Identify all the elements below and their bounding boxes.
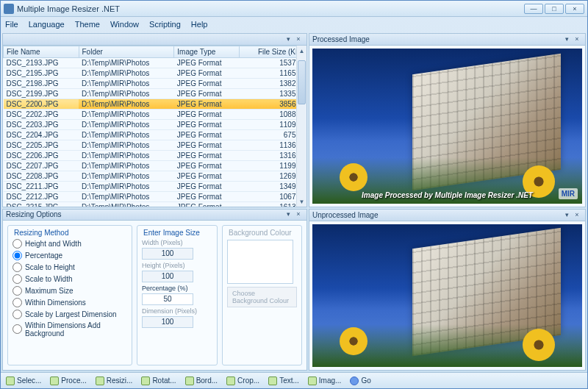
scroll-up-icon[interactable]: ▲	[297, 46, 306, 56]
filelist-scroll[interactable]: File Name Folder Image Type File Size (K…	[3, 46, 306, 207]
table-row[interactable]: DSC_2203.JPGD:\Temp\MIR\PhotosJPEG Forma…	[4, 120, 306, 130]
app-window: Multiple Image Resizer .NET — □ × File L…	[0, 0, 588, 389]
titlebar[interactable]: Multiple Image Resizer .NET — □ ×	[1, 1, 587, 17]
col-type[interactable]: Image Type	[174, 46, 240, 58]
scroll-thumb[interactable]	[298, 60, 306, 104]
toolbar-tab[interactable]: Text...	[266, 376, 301, 386]
width-input[interactable]: 100	[142, 248, 193, 260]
percent-label: Percentage (%)	[142, 285, 212, 292]
window-title: Multiple Image Resizer .NET	[17, 4, 120, 13]
resizing-title: Resizing Options	[6, 210, 62, 218]
percent-input[interactable]: 50	[142, 293, 193, 305]
menu-file[interactable]: File	[5, 20, 18, 29]
toolbar-tab[interactable]: Selec...	[4, 376, 43, 386]
panel-close-icon[interactable]: ×	[293, 210, 304, 219]
group-size-title: Enter Image Size	[142, 229, 212, 237]
panel-pin-icon[interactable]: ▾	[562, 35, 572, 44]
table-row[interactable]: DSC_2198.JPGD:\Temp\MIR\PhotosJPEG Forma…	[4, 79, 306, 89]
resize-method-radio[interactable]: Within Dimensions	[12, 298, 127, 307]
panel-close-icon[interactable]: ×	[293, 35, 304, 44]
panel-close-icon[interactable]: ×	[572, 211, 582, 220]
table-row[interactable]: DSC_2206.JPGD:\Temp\MIR\PhotosJPEG Forma…	[4, 151, 306, 161]
width-label: Width (Pixels)	[142, 239, 212, 246]
table-row[interactable]: DSC_2200.JPGD:\Temp\MIR\PhotosJPEG Forma…	[4, 99, 306, 110]
mir-logo: MIR	[559, 188, 578, 199]
toolbar-tab[interactable]: Imag...	[306, 376, 344, 386]
table-row[interactable]: DSC_2212.JPGD:\Temp\MIR\PhotosJPEG Forma…	[4, 192, 306, 202]
group-resizing-method: Resizing Method Height and WidthPercenta…	[7, 225, 132, 365]
dimension-label: Dimension (Pixels)	[142, 307, 212, 315]
processed-title: Processed Image	[312, 35, 370, 43]
panel-processed: Processed Image ▾ × Image Processed by M…	[309, 33, 586, 207]
toolbar-tab[interactable]: Rotat...	[139, 376, 178, 386]
filelist-header: ▾ ×	[3, 34, 306, 46]
table-row[interactable]: DSC_2199.JPGD:\Temp\MIR\PhotosJPEG Forma…	[4, 89, 306, 99]
resize-method-radio[interactable]: Scale to Width	[12, 274, 127, 284]
file-table: File Name Folder Image Type File Size (K…	[3, 46, 306, 207]
tab-icon	[96, 376, 104, 385]
panel-filelist: ▾ × File Name Folder Image Type File Siz…	[2, 33, 307, 207]
menubar: File Language Theme Window Scripting Hel…	[1, 17, 587, 32]
tab-icon	[50, 376, 59, 385]
resize-method-radio[interactable]: Scale to Height	[12, 263, 127, 272]
height-label: Height (Pixels)	[142, 262, 212, 269]
table-row[interactable]: DSC_2202.JPGD:\Temp\MIR\PhotosJPEG Forma…	[4, 110, 306, 120]
menu-theme[interactable]: Theme	[75, 20, 100, 29]
watermark-text: Image Processed by Multiple Image Resize…	[312, 191, 582, 199]
toolbar-tab[interactable]: Bord...	[183, 376, 220, 386]
panel-pin-icon[interactable]: ▾	[283, 210, 293, 219]
go-icon	[350, 376, 359, 385]
table-row[interactable]: DSC_2205.JPGD:\Temp\MIR\PhotosJPEG Forma…	[4, 140, 306, 151]
panel-resizing: Resizing Options ▾ × Resizing Method Hei…	[2, 209, 307, 371]
tab-icon	[141, 376, 150, 385]
panel-unprocessed: Unprocessed Image ▾ ×	[309, 209, 586, 371]
scroll-down-icon[interactable]: ▼	[297, 196, 306, 207]
close-button[interactable]: ×	[565, 4, 584, 14]
height-input[interactable]: 100	[142, 271, 193, 282]
menu-window[interactable]: Window	[110, 20, 139, 29]
filelist-scrollbar[interactable]: ▲ ▼	[296, 46, 306, 207]
toolbar-tab[interactable]: Resizi...	[93, 376, 135, 386]
table-row[interactable]: DSC_2204.JPGD:\Temp\MIR\PhotosJPEG Forma…	[4, 130, 306, 140]
toolbar-tab[interactable]: Proce...	[48, 376, 88, 386]
bg-swatch	[227, 240, 293, 284]
col-folder[interactable]: Folder	[79, 46, 174, 58]
menu-help[interactable]: Help	[191, 20, 208, 29]
panel-close-icon[interactable]: ×	[572, 35, 582, 44]
table-row[interactable]: DSC_2215.JPGD:\Temp\MIR\PhotosJPEG Forma…	[4, 202, 306, 207]
table-row[interactable]: DSC_2207.JPGD:\Temp\MIR\PhotosJPEG Forma…	[4, 161, 306, 171]
resize-method-radio[interactable]: Within Dimensions Add Background	[12, 321, 127, 338]
table-row[interactable]: DSC_2208.JPGD:\Temp\MIR\PhotosJPEG Forma…	[4, 171, 306, 182]
tab-icon	[6, 376, 15, 385]
dimension-input[interactable]: 100	[142, 316, 193, 328]
group-bg-title: Background Colour	[227, 229, 297, 237]
table-row[interactable]: DSC_2211.JPGD:\Temp\MIR\PhotosJPEG Forma…	[4, 182, 306, 192]
tab-icon	[308, 376, 317, 385]
go-button[interactable]: Go	[348, 376, 373, 386]
resize-method-radio[interactable]: Maximum Size	[12, 286, 127, 296]
menu-scripting[interactable]: Scripting	[149, 20, 181, 29]
maximize-button[interactable]: □	[545, 4, 564, 14]
resize-method-radio[interactable]: Height and Width	[12, 239, 127, 249]
bottom-toolbar: Selec...Proce...Resizi...Rotat...Bord...…	[1, 372, 587, 388]
panel-pin-icon[interactable]: ▾	[562, 211, 572, 220]
col-filename[interactable]: File Name	[4, 46, 79, 58]
table-row[interactable]: DSC_2193.JPGD:\Temp\MIR\PhotosJPEG Forma…	[4, 58, 306, 68]
processed-image: Image Processed by Multiple Image Resize…	[312, 49, 582, 204]
tab-icon	[185, 376, 194, 385]
minimize-button[interactable]: —	[524, 4, 543, 14]
panel-pin-icon[interactable]: ▾	[283, 35, 293, 44]
group-method-title: Resizing Method	[12, 229, 127, 237]
group-background-colour: Background Colour Choose Background Colo…	[222, 225, 302, 365]
tab-icon	[226, 376, 235, 385]
tab-icon	[268, 376, 277, 385]
unprocessed-image	[312, 224, 582, 367]
menu-language[interactable]: Language	[29, 20, 65, 29]
resize-method-radio[interactable]: Scale by Largest Dimension	[12, 310, 127, 319]
resize-method-radio[interactable]: Percentage	[12, 251, 127, 260]
content-area: ▾ × File Name Folder Image Type File Siz…	[1, 32, 587, 372]
choose-bg-button[interactable]: Choose Background Colour	[227, 287, 297, 307]
app-icon	[4, 4, 14, 14]
table-row[interactable]: DSC_2195.JPGD:\Temp\MIR\PhotosJPEG Forma…	[4, 68, 306, 79]
toolbar-tab[interactable]: Crop...	[224, 376, 262, 386]
